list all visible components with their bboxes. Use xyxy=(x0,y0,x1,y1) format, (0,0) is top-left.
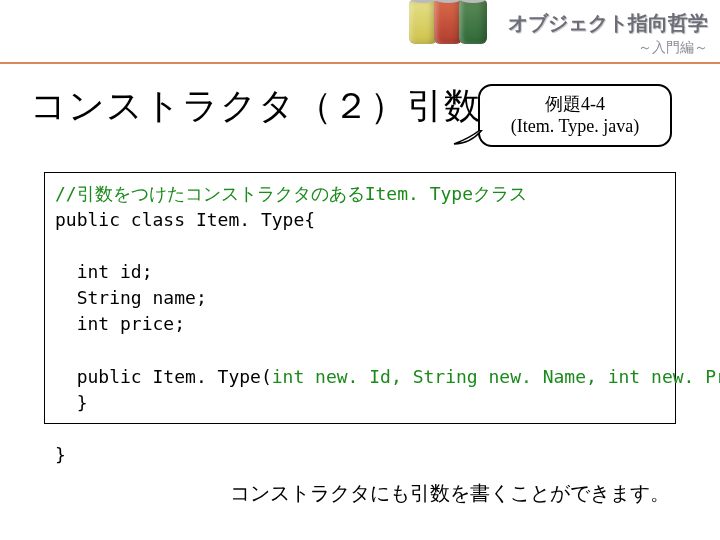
slide-title: コンストラクタ（２）引数 xyxy=(30,82,481,131)
code-line: } xyxy=(55,392,88,413)
example-label: 例題4-4 xyxy=(480,92,670,116)
callout-tail-icon xyxy=(452,130,484,146)
code-line: } xyxy=(55,444,66,465)
example-callout: 例題4-4 (Item. Type. java) xyxy=(478,84,672,147)
can-icon xyxy=(459,0,487,44)
code-line: public class Item. Type{ xyxy=(55,209,315,230)
code-line: int id; xyxy=(55,261,153,282)
code-line: int price; xyxy=(55,313,185,334)
code-line: String name; xyxy=(55,287,207,308)
code-block: //引数をつけたコンストラクタのあるItem. Typeクラス public c… xyxy=(44,172,676,424)
code-params: int new. Id, String new. Name, int new. … xyxy=(272,366,720,387)
series-subtitle: ～入門編～ xyxy=(508,39,708,57)
code-comment: //引数をつけたコンストラクタのあるItem. Typeクラス xyxy=(55,183,527,204)
can-icon xyxy=(434,0,462,44)
can-illustration xyxy=(412,0,487,44)
series-title: オブジェクト指向哲学 xyxy=(508,10,708,37)
slide-footnote: コンストラクタにも引数を書くことができます。 xyxy=(230,480,670,507)
series-header: オブジェクト指向哲学 ～入門編～ xyxy=(508,10,708,57)
can-icon xyxy=(409,0,437,44)
example-filename: (Item. Type. java) xyxy=(480,116,670,137)
code-line: public Item. Type( xyxy=(55,366,272,387)
